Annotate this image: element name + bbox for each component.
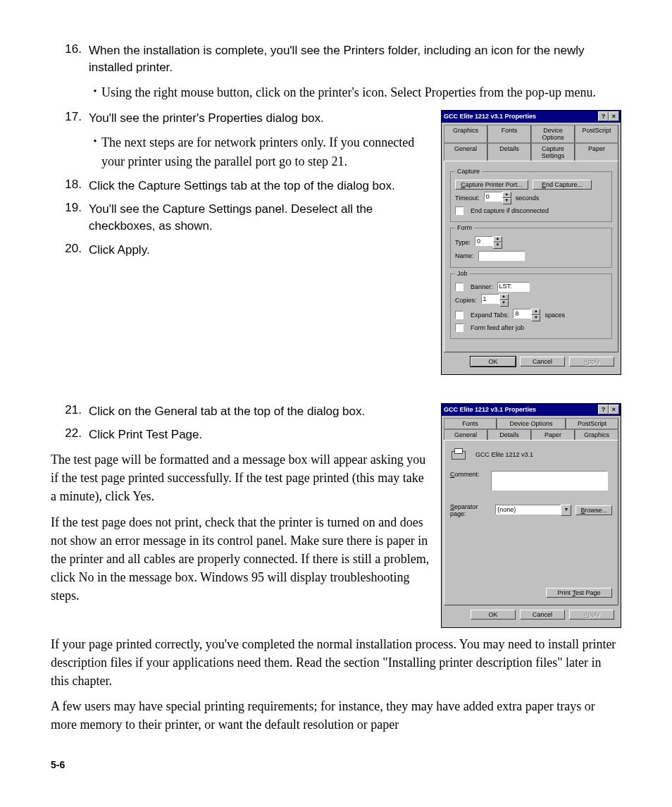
tab-paper[interactable]: Paper bbox=[531, 429, 575, 440]
expand-tabs-label: Expand Tabs: bbox=[471, 312, 509, 319]
form-name-label: Name: bbox=[455, 252, 474, 259]
tab-fonts[interactable]: Fonts bbox=[444, 418, 497, 429]
paragraph-completed: If your page printed correctly, you've c… bbox=[51, 635, 621, 690]
tab-capture-settings[interactable]: Capture Settings bbox=[531, 143, 575, 161]
form-name-field bbox=[478, 251, 525, 261]
dialog-title: GCC Elite 1212 v3.1 Properties bbox=[444, 113, 536, 120]
step-21-text: Click on the General tab at the top of t… bbox=[89, 403, 365, 420]
step-number: 19. bbox=[51, 201, 89, 235]
tab-device-options[interactable]: Device Options bbox=[497, 418, 566, 429]
timeout-unit: seconds bbox=[516, 195, 540, 202]
step-18-text: Click the Capture Settings tab at the to… bbox=[89, 178, 395, 195]
step-number: 18. bbox=[51, 178, 89, 195]
expand-tabs-unit: spaces bbox=[545, 312, 565, 319]
capture-printer-port-button[interactable]: Capture Printer Port... bbox=[455, 180, 528, 190]
step-number: 17. bbox=[51, 110, 89, 127]
tab-paper[interactable]: Paper bbox=[575, 143, 618, 161]
cancel-button[interactable]: Cancel bbox=[520, 357, 565, 366]
copies-spinner[interactable]: 1 ▲▼ bbox=[481, 294, 509, 307]
dialog-title: GCC Elite 1212 v3.1 Properties bbox=[444, 406, 536, 413]
tab-general[interactable]: General bbox=[444, 429, 487, 440]
tab-general[interactable]: General bbox=[444, 143, 487, 161]
step-number: 22. bbox=[51, 426, 89, 443]
banner-label: Banner: bbox=[471, 283, 493, 290]
printer-icon bbox=[450, 448, 466, 461]
step-17-bullet: The next steps are for network printers … bbox=[101, 133, 431, 170]
timeout-label: Timeout: bbox=[455, 195, 480, 202]
apply-button[interactable]: Apply bbox=[569, 357, 614, 366]
comment-field[interactable] bbox=[491, 471, 608, 491]
tab-details[interactable]: Details bbox=[487, 429, 531, 440]
tab-details[interactable]: Details bbox=[487, 143, 531, 161]
apply-button[interactable]: Apply bbox=[569, 610, 614, 620]
tab-device-options[interactable]: Device Options bbox=[531, 125, 575, 143]
tab-postscript[interactable]: PostScript bbox=[575, 125, 618, 143]
step-17-text: You'll see the printer's Properties dial… bbox=[89, 110, 324, 127]
step-number: 20. bbox=[51, 242, 89, 259]
capture-group: Capture Capture Printer Port... End Capt… bbox=[450, 171, 612, 222]
end-capture-button[interactable]: End Capture... bbox=[533, 180, 592, 190]
paragraph-special-reqs: A few users may have special printing re… bbox=[51, 697, 621, 734]
paragraph-test-page: The test page will be formatted and a me… bbox=[51, 450, 431, 505]
capture-settings-dialog: GCC Elite 1212 v3.1 Properties ? × Graph… bbox=[441, 110, 621, 375]
timeout-spinner[interactable]: 0 ▲▼ bbox=[484, 192, 511, 204]
ok-button[interactable]: OK bbox=[471, 610, 516, 620]
separator-label: Separator page: bbox=[450, 503, 491, 517]
browse-button[interactable]: Browse... bbox=[575, 505, 612, 515]
step-20-text: Click Apply. bbox=[89, 242, 150, 259]
end-capture-label: End capture if disconnected bbox=[471, 207, 549, 214]
cancel-button[interactable]: Cancel bbox=[520, 610, 565, 620]
step-16-bullet: Using the right mouse button, click on t… bbox=[101, 83, 596, 101]
close-icon[interactable]: × bbox=[609, 111, 619, 121]
step-19-text: You'll see the Capture Settings panel. D… bbox=[89, 201, 431, 235]
form-type-label: Type: bbox=[455, 239, 471, 246]
end-capture-checkbox[interactable] bbox=[455, 207, 463, 215]
expand-tabs-checkbox[interactable] bbox=[455, 311, 463, 319]
expand-tabs-spinner[interactable]: 8 ▲▼ bbox=[513, 309, 540, 321]
step-16-text: When the installation is complete, you'l… bbox=[89, 42, 621, 76]
form-type-spinner[interactable]: 0 ▲▼ bbox=[475, 236, 502, 249]
paragraph-troubleshoot: If the test page does not print, check t… bbox=[51, 513, 431, 605]
banner-field[interactable]: LST: bbox=[497, 282, 530, 292]
job-group: Job Banner: LST: Copies: 1 ▲▼ bbox=[450, 273, 612, 339]
printer-name-label: GCC Elite 1212 v3.1 bbox=[475, 451, 533, 458]
help-icon[interactable]: ? bbox=[598, 111, 609, 121]
form-feed-checkbox[interactable] bbox=[455, 324, 463, 332]
general-properties-dialog: GCC Elite 1212 v3.1 Properties ? × Fonts… bbox=[441, 403, 621, 628]
step-22-text: Click Print Test Page. bbox=[89, 426, 202, 443]
ok-button[interactable]: OK bbox=[471, 357, 516, 366]
print-test-page-button[interactable]: Print Test Page bbox=[546, 588, 612, 598]
step-number: 16. bbox=[51, 42, 89, 76]
form-feed-label: Form feed after job bbox=[471, 324, 524, 331]
form-group: Form Type: 0 ▲▼ Name: bbox=[450, 228, 612, 268]
tab-graphics[interactable]: Graphics bbox=[444, 125, 487, 143]
tab-graphics[interactable]: Graphics bbox=[575, 429, 618, 440]
titlebar[interactable]: GCC Elite 1212 v3.1 Properties ? × bbox=[442, 111, 621, 123]
titlebar[interactable]: GCC Elite 1212 v3.1 Properties ? × bbox=[442, 404, 621, 416]
banner-checkbox[interactable] bbox=[455, 283, 463, 291]
chevron-down-icon[interactable]: ▼ bbox=[561, 505, 571, 516]
tab-fonts[interactable]: Fonts bbox=[487, 125, 531, 143]
separator-dropdown[interactable]: (none) ▼ bbox=[495, 505, 571, 516]
copies-label: Copies: bbox=[455, 297, 477, 304]
tab-postscript[interactable]: PostScript bbox=[566, 418, 618, 429]
close-icon[interactable]: × bbox=[609, 405, 619, 414]
step-number: 21. bbox=[51, 403, 89, 420]
comment-label: Comment: bbox=[450, 471, 487, 478]
bullet-dot: • bbox=[89, 133, 101, 170]
page-number: 5-6 bbox=[51, 759, 621, 770]
help-icon[interactable]: ? bbox=[598, 405, 609, 414]
bullet-dot: • bbox=[89, 83, 101, 101]
